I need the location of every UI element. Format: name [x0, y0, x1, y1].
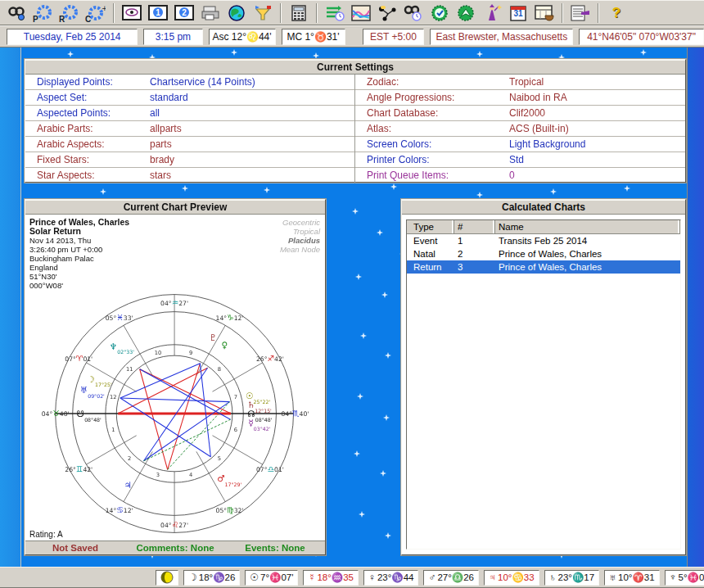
chart-wheel[interactable]: 04°♒27' 14°♑12' 26°♐42' 04°♏40' 07°♎01' …: [27, 287, 325, 541]
svg-text:4: 4: [189, 472, 192, 478]
setting-displayed-points[interactable]: Displayed Points:Chartservice (14 Points…: [25, 75, 354, 90]
setting-screen-colors[interactable]: Screen Colors:Light Background: [355, 137, 685, 152]
setting-star-aspects[interactable]: Star Aspects:stars: [25, 168, 354, 183]
column-type[interactable]: Type: [407, 220, 454, 233]
calendar-icon[interactable]: 31: [506, 2, 530, 24]
setting-printer-colors[interactable]: Printer Colors:Std: [355, 152, 685, 168]
screen-2-icon[interactable]: 2: [172, 2, 196, 24]
charts-list-header: Type # Name: [407, 220, 680, 234]
calculator-icon[interactable]: [287, 2, 311, 24]
svg-text:05°♓33': 05°♓33': [106, 313, 133, 322]
progressed-chart-icon[interactable]: P: [31, 2, 56, 24]
chart-place: Buckingham Palac: [29, 254, 129, 263]
column-number[interactable]: #: [454, 220, 495, 233]
saturn-position: ♄23°♏17: [544, 570, 600, 586]
coordinates-field[interactable]: 41°N46'05" 070°W03'37": [579, 29, 704, 45]
chart-latitude: 51°N30': [29, 272, 129, 281]
print-icon[interactable]: [198, 2, 223, 24]
svg-text:14°♑12': 14°♑12': [216, 313, 244, 322]
svg-text:04°♉40': 04°♉40': [42, 409, 70, 418]
mercury-position-retrograde: ☿18°♒35: [303, 570, 359, 586]
moon-position: ☽18°♑26: [183, 570, 240, 586]
composite-chart-icon[interactable]: + C: [83, 2, 108, 24]
data-search-icon[interactable]: [401, 2, 426, 24]
toolbar-separator: [562, 3, 563, 23]
chart-type: Solar Return: [29, 227, 129, 236]
svg-text:11: 11: [126, 366, 133, 373]
chart-rating: Rating: A: [29, 530, 63, 539]
setting-fixed-stars[interactable]: Fixed Stars:brady: [25, 152, 354, 168]
svg-text:♂17°29': ♂17°29': [217, 473, 241, 487]
filter-icon[interactable]: [250, 2, 275, 24]
svg-text:☋08°48': ☋08°48': [77, 409, 102, 423]
time-tools-icon[interactable]: [323, 2, 347, 24]
neptune-position: ♆5°♓07': [665, 570, 704, 586]
svg-text:04°♌27': 04°♌27': [160, 520, 188, 529]
chart-preview-body[interactable]: Prince of Wales, Charles Solar Return No…: [25, 215, 325, 541]
venus-position: ♀23°♑44: [363, 570, 419, 586]
timezone-field[interactable]: EST +5:00: [363, 29, 425, 45]
location-field[interactable]: East Brewster, Massachusetts: [430, 29, 573, 45]
chart-row-natal[interactable]: Natal 2 Prince of Wales, Charles: [407, 247, 680, 260]
wizard-icon[interactable]: [480, 2, 504, 24]
svg-text:07°♎01': 07°♎01': [256, 464, 284, 473]
toolbar-separator: [280, 3, 282, 23]
jupiter-position-retrograde: ♃10°♋33: [484, 570, 539, 586]
svg-text:3: 3: [156, 472, 160, 478]
help-icon[interactable]: ?: [604, 2, 629, 24]
setting-print-queue[interactable]: Print Queue Items:0: [355, 168, 685, 183]
return-chart-icon[interactable]: R: [57, 2, 82, 24]
setting-aspected-points[interactable]: Aspected Points:all: [25, 106, 354, 121]
sports-astrology-icon[interactable]: [454, 2, 478, 24]
current-date-field[interactable]: Tuesday, Feb 25 2014: [7, 29, 138, 45]
screen-1-icon[interactable]: 1: [146, 2, 170, 24]
chart-system-labels: Geocentric Tropical Placidus Mean Node: [280, 218, 320, 254]
uranus-position: ♅10°♈31: [604, 570, 660, 586]
svg-text:7: 7: [234, 394, 237, 400]
current-time-field[interactable]: 3:15 pm: [143, 29, 202, 45]
svg-text:♆02°33': ♆02°33': [110, 341, 134, 355]
setting-arabic-aspects[interactable]: Arabic Aspects:parts: [25, 137, 354, 152]
svg-text:10: 10: [155, 350, 162, 356]
svg-text:♇: ♇: [210, 332, 217, 342]
midheaven-field[interactable]: MC 1°♉31': [282, 29, 345, 45]
toolbar-separator: [598, 3, 599, 23]
electional-clock-icon[interactable]: [427, 2, 452, 24]
day-planner-icon[interactable]: [532, 2, 557, 24]
svg-text:26°♐42': 26°♐42': [256, 354, 284, 363]
setting-atlas[interactable]: Atlas:ACS (Built-in): [355, 121, 685, 137]
events-status: Events: None: [225, 543, 325, 553]
chart-country: England: [29, 263, 129, 272]
astro-map-icon[interactable]: [375, 2, 399, 24]
ascendant-field[interactable]: Asc 12°♌44': [209, 29, 276, 45]
atlas-globe-icon[interactable]: [224, 2, 249, 24]
graphs-icon[interactable]: [349, 2, 373, 24]
svg-text:6: 6: [234, 427, 237, 433]
chart-date: Nov 14 2013, Thu: [29, 236, 129, 245]
moon-phase-icon: [156, 570, 178, 586]
chart-time: 3:26:40 pm UT +0:00: [29, 245, 129, 254]
find-chart-icon[interactable]: [5, 2, 29, 24]
calculated-charts-panel: Calculated Charts Type # Name Event 1 Tr…: [401, 199, 686, 555]
view-chart-icon[interactable]: [120, 2, 144, 24]
chart-row-event[interactable]: Event 1 Transits Feb 25 2014: [407, 234, 680, 247]
chart-info-bar: Tuesday, Feb 25 2014 3:15 pm Asc 12°♌44'…: [0, 25, 704, 47]
settings-right-column: Zodiac:Tropical Angle Progressions:Naibo…: [355, 75, 685, 183]
svg-text:2: 2: [128, 455, 131, 462]
setting-aspect-set[interactable]: Aspect Set:standard: [25, 90, 354, 106]
setting-chart-database[interactable]: Chart Database:Clif2000: [355, 106, 685, 121]
chart-row-return-selected[interactable]: Return 3 Prince of Wales, Charles: [407, 260, 680, 274]
settings-left-column: Displayed Points:Chartservice (14 Points…: [25, 75, 355, 183]
column-name[interactable]: Name: [495, 220, 680, 233]
setting-arabic-parts[interactable]: Arabic Parts:allparts: [25, 121, 354, 137]
comments-status: Comments: None: [125, 543, 225, 553]
calculated-charts-list: Type # Name Event 1 Transits Feb 25 2014…: [406, 219, 681, 550]
svg-text:♃: ♃: [124, 480, 132, 490]
interpretation-list-icon[interactable]: [568, 2, 593, 24]
svg-text:26°♊42': 26°♊42': [65, 464, 93, 473]
setting-zodiac[interactable]: Zodiac:Tropical: [355, 75, 685, 90]
svg-text:5: 5: [218, 455, 221, 462]
setting-angle-progressions[interactable]: Angle Progressions:Naibod in RA: [355, 90, 685, 106]
current-settings-panel: Current Settings Displayed Points:Charts…: [25, 59, 686, 183]
mars-position: ♂27°♎26: [423, 570, 479, 586]
